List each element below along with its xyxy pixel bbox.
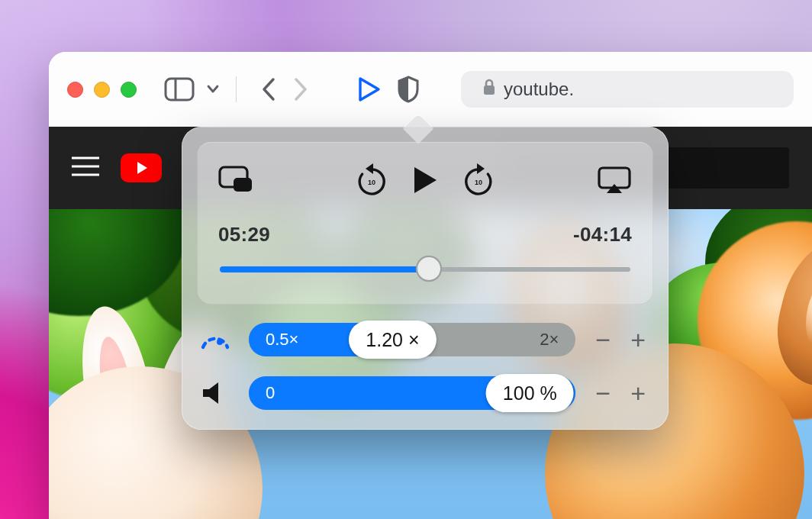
volume-slider[interactable]: 0 100 %	[249, 376, 575, 410]
picture-in-picture-button[interactable]	[218, 166, 253, 195]
shield-icon[interactable]	[397, 76, 420, 103]
airplay-button[interactable]	[597, 166, 632, 195]
remaining-time: -04:14	[573, 223, 632, 247]
volume-decrease-button[interactable]: −	[591, 379, 615, 408]
svg-rect-0	[166, 79, 193, 100]
timeline-fill	[220, 266, 429, 272]
chevron-down-icon[interactable]	[207, 85, 219, 94]
url-text: youtube.	[504, 79, 574, 100]
hamburger-icon[interactable]	[72, 156, 99, 180]
volume-value-thumb[interactable]: 100 %	[486, 374, 574, 412]
timeline-thumb[interactable]	[417, 257, 440, 280]
browser-toolbar: youtube.	[49, 52, 812, 127]
address-bar[interactable]: youtube.	[461, 71, 794, 108]
media-controls-button[interactable]	[356, 76, 382, 103]
lock-icon	[482, 78, 496, 101]
youtube-logo[interactable]	[121, 153, 162, 182]
media-controls-popover: 10 10 05	[182, 127, 669, 430]
speed-icon	[200, 329, 234, 350]
volume-min-label: 0	[266, 383, 275, 403]
volume-icon	[200, 381, 234, 405]
nav-forward-button[interactable]	[292, 76, 308, 102]
svg-rect-7	[234, 178, 252, 192]
speed-increase-button[interactable]: +	[626, 325, 650, 354]
elapsed-time: 05:29	[218, 223, 270, 247]
window-minimize-button[interactable]	[94, 82, 110, 98]
window-fullscreen-button[interactable]	[121, 82, 137, 98]
forward-10-button[interactable]: 10	[462, 163, 495, 197]
svg-rect-2	[484, 85, 495, 95]
playback-panel: 10 10 05	[197, 142, 653, 305]
playback-speed-row: 0.5× 1 2× 1.20 × − +	[197, 323, 653, 356]
speed-min-label: 0.5×	[266, 330, 298, 350]
youtube-play-icon	[121, 153, 162, 182]
volume-row: 0 100 % − +	[197, 376, 653, 410]
volume-increase-button[interactable]: +	[626, 379, 650, 408]
speed-value-thumb[interactable]: 1.20 ×	[349, 321, 436, 359]
speed-slider[interactable]: 0.5× 1 2× 1.20 ×	[249, 323, 575, 356]
play-button[interactable]	[412, 166, 438, 195]
nav-back-button[interactable]	[261, 76, 278, 102]
speed-decrease-button[interactable]: −	[591, 325, 615, 354]
window-controls	[67, 82, 137, 98]
sidebar-icon	[164, 77, 195, 102]
svg-point-9	[217, 339, 223, 345]
sidebar-toggle[interactable]	[164, 76, 244, 102]
timeline-slider[interactable]	[220, 260, 630, 277]
window-close-button[interactable]	[67, 82, 83, 98]
speed-max-label: 2×	[540, 330, 559, 350]
rewind-10-button[interactable]: 10	[356, 163, 388, 197]
